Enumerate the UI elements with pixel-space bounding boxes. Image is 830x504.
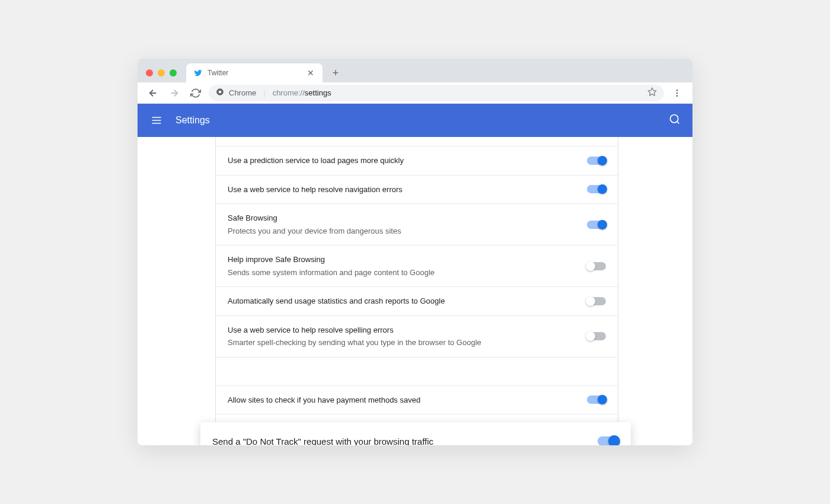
setting-title: Use a prediction service to load pages m… xyxy=(228,155,577,167)
browser-menu-button[interactable] xyxy=(669,85,685,101)
tab-title: Twitter xyxy=(208,69,301,77)
url-text: chrome://settings xyxy=(273,88,331,97)
setting-title: Use a web service to help resolve spelli… xyxy=(228,324,577,336)
setting-do-not-track-card[interactable]: Send a "Do Not Track" request with your … xyxy=(200,422,631,445)
setting-title: Send a "Do Not Track" request with your … xyxy=(212,436,588,446)
settings-panel: Use a prediction service to load pages m… xyxy=(215,137,618,445)
svg-point-1 xyxy=(219,91,222,94)
url-host: chrome:// xyxy=(273,88,305,97)
setting-title: Allow sites to check if you have payment… xyxy=(228,394,577,406)
reload-button[interactable] xyxy=(187,85,204,101)
setting-spelling[interactable]: Use a web service to help resolve spelli… xyxy=(216,316,618,358)
toggle-safe-browsing[interactable] xyxy=(587,221,606,229)
toggle-spelling[interactable] xyxy=(587,332,606,340)
search-icon[interactable] xyxy=(669,113,681,127)
sidebar-spacer xyxy=(138,137,215,445)
setting-title: Safe Browsing xyxy=(228,212,577,224)
forward-button[interactable] xyxy=(166,85,183,101)
url-path: settings xyxy=(305,88,331,97)
setting-subtitle: Protects you and your device from danger… xyxy=(228,225,577,237)
chrome-icon xyxy=(216,88,224,98)
svg-point-4 xyxy=(676,92,678,94)
settings-header: Settings xyxy=(138,104,692,137)
setting-title: Help improve Safe Browsing xyxy=(228,254,577,266)
toggle-improve-safe-browsing[interactable] xyxy=(587,262,606,270)
back-button[interactable] xyxy=(145,85,161,101)
content-area: Use a prediction service to load pages m… xyxy=(138,137,692,445)
browser-tab[interactable]: Twitter ✕ xyxy=(186,63,323,82)
window-controls xyxy=(146,69,183,82)
menu-icon[interactable] xyxy=(149,113,164,127)
setting-prediction-service[interactable]: Use a prediction service to load pages m… xyxy=(216,146,618,176)
toggle-payment-methods[interactable] xyxy=(587,395,606,404)
browser-toolbar: Chrome | chrome://settings xyxy=(138,82,692,104)
toggle-usage-stats[interactable] xyxy=(587,297,606,305)
bookmark-star-icon[interactable] xyxy=(647,87,657,98)
url-divider: | xyxy=(263,88,265,97)
minimize-window-button[interactable] xyxy=(158,69,165,76)
tab-strip: Twitter ✕ + xyxy=(138,59,692,82)
svg-point-9 xyxy=(671,115,678,123)
setting-payment-methods[interactable]: Allow sites to check if you have payment… xyxy=(216,386,618,415)
toggle-do-not-track[interactable] xyxy=(598,436,619,445)
setting-title: Use a web service to help resolve naviga… xyxy=(228,184,577,196)
setting-navigation-errors[interactable]: Use a web service to help resolve naviga… xyxy=(216,176,618,205)
setting-subtitle: Sends some system information and page c… xyxy=(228,267,577,279)
svg-marker-2 xyxy=(648,88,656,95)
setting-usage-stats[interactable]: Automatically send usage statistics and … xyxy=(216,287,618,316)
toggle-prediction[interactable] xyxy=(587,157,606,165)
maximize-window-button[interactable] xyxy=(170,69,177,76)
partial-row-top xyxy=(216,137,618,146)
setting-improve-safe-browsing[interactable]: Help improve Safe Browsing Sends some sy… xyxy=(216,245,618,287)
close-tab-button[interactable]: ✕ xyxy=(306,68,315,78)
setting-safe-browsing[interactable]: Safe Browsing Protects you and your devi… xyxy=(216,204,618,245)
svg-line-10 xyxy=(677,122,679,124)
address-bar[interactable]: Chrome | chrome://settings xyxy=(209,85,664,101)
close-window-button[interactable] xyxy=(146,69,153,76)
setting-spacer-dnt xyxy=(216,358,618,386)
page-title: Settings xyxy=(175,115,210,126)
browser-window: Twitter ✕ + Chrome | chrome://settings xyxy=(138,59,692,445)
setting-title: Automatically send usage statistics and … xyxy=(228,295,577,307)
svg-point-3 xyxy=(676,90,678,91)
svg-point-5 xyxy=(676,95,678,97)
setting-subtitle: Smarter spell-checking by sending what y… xyxy=(228,337,577,349)
twitter-icon xyxy=(193,68,203,78)
url-scheme: Chrome xyxy=(229,88,256,97)
new-tab-button[interactable]: + xyxy=(327,65,344,81)
toggle-navigation-errors[interactable] xyxy=(587,185,606,193)
